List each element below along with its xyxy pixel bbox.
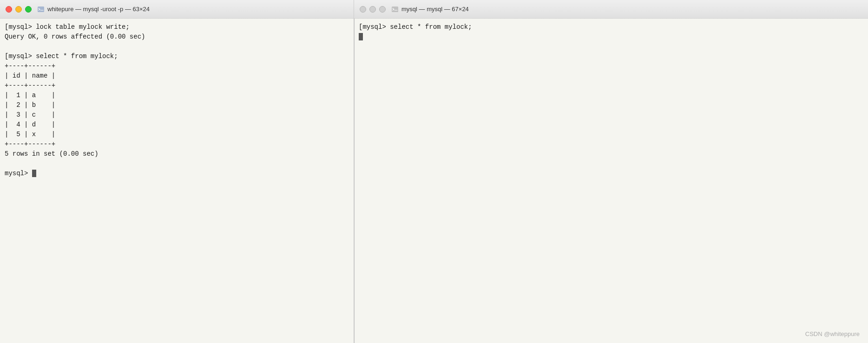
title-bar-left: whitepure — mysql -uroot -p — 63×24 [0, 0, 354, 19]
window-container: whitepure — mysql -uroot -p — 63×24 [mys… [0, 0, 868, 343]
title-text-left: whitepure — mysql -uroot -p — 63×24 [47, 6, 150, 13]
svg-rect-2 [392, 7, 398, 12]
watermark: CSDN @whiteppure [805, 330, 860, 337]
terminal-icon-left [37, 6, 45, 13]
minimize-button-left[interactable] [15, 6, 22, 13]
terminal-body-left[interactable]: [mysql> lock table mylock write; Query O… [0, 19, 354, 343]
cursor-right [359, 33, 363, 40]
cursor-left [32, 170, 36, 177]
close-button-left[interactable] [6, 6, 12, 13]
terminal-body-right[interactable]: [mysql> select * from mylock; [354, 19, 868, 343]
title-bar-right: mysql — mysql — 67×24 [354, 0, 868, 19]
maximize-button-right[interactable] [379, 6, 386, 13]
traffic-lights-right [360, 6, 386, 13]
terminal-icon-right [391, 6, 399, 13]
close-button-right[interactable] [360, 6, 366, 13]
terminal-right: mysql — mysql — 67×24 [mysql> select * f… [354, 0, 868, 343]
terminal-left: whitepure — mysql -uroot -p — 63×24 [mys… [0, 0, 354, 343]
vertical-divider [354, 19, 355, 343]
minimize-button-right[interactable] [369, 6, 376, 13]
maximize-button-left[interactable] [25, 6, 32, 13]
svg-rect-0 [38, 7, 44, 12]
title-text-right: mysql — mysql — 67×24 [401, 6, 469, 13]
traffic-lights-left [6, 6, 32, 13]
